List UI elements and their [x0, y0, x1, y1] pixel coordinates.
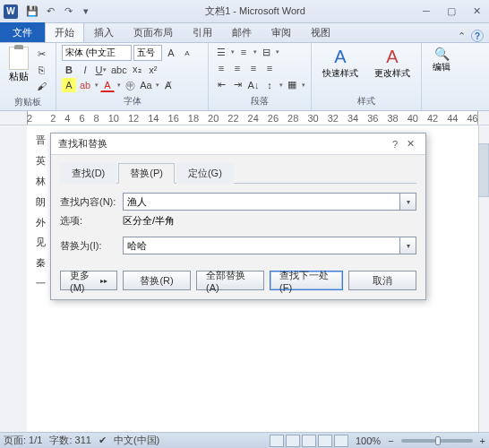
status-page[interactable]: 页面: 1/1 [4, 434, 42, 447]
doc-line: 英 [36, 151, 46, 170]
status-language[interactable]: 中文(中国) [114, 434, 159, 447]
group-label-editing [427, 107, 456, 108]
close-icon[interactable]: ✕ [468, 5, 485, 17]
zoom-level[interactable]: 100% [356, 435, 381, 446]
quick-access-toolbar: 💾 ↶ ↷ ▾ [25, 4, 93, 19]
highlight-icon[interactable]: A [62, 78, 76, 92]
find-replace-dialog: 查找和替换 ? ✕ 查找(D) 替换(P) 定位(G) 查找内容(N): ▾ 选… [50, 133, 426, 300]
qat-more-icon[interactable]: ▾ [79, 4, 93, 19]
help-icon[interactable]: ? [471, 30, 484, 42]
line-spacing-icon[interactable]: ↕ [262, 78, 277, 92]
tab-home[interactable]: 开始 [45, 22, 84, 42]
ribbon: 粘贴 ✂ ⎘ 🖌 剪贴板 A A B I U▾ abc x₂ x² A ab▾ [0, 43, 489, 111]
clear-format-icon[interactable]: A̸ [161, 78, 176, 92]
save-icon[interactable]: 💾 [25, 4, 39, 19]
superscript-button[interactable]: x² [146, 63, 160, 77]
shading-icon[interactable]: ▦ [285, 78, 299, 92]
bold-button[interactable]: B [62, 63, 76, 77]
tab-mailings[interactable]: 邮件 [222, 22, 262, 42]
group-label-font: 字体 [62, 94, 202, 108]
underline-button[interactable]: U▾ [94, 63, 108, 77]
shrink-font-icon[interactable]: A [180, 46, 194, 60]
scrollbar-thumb[interactable] [478, 143, 489, 197]
zoom-out-icon[interactable]: − [388, 435, 393, 446]
view-print-icon[interactable] [270, 435, 284, 447]
numbering-icon[interactable]: ≡ [236, 45, 251, 59]
find-next-button[interactable]: 查找下一处(F) [270, 271, 343, 290]
find-dropdown-icon[interactable]: ▾ [400, 193, 416, 211]
view-fullscreen-icon[interactable] [286, 435, 300, 447]
find-input[interactable] [123, 193, 400, 211]
dialog-tab-find[interactable]: 查找(D) [60, 163, 116, 184]
dialog-tab-replace[interactable]: 替换(P) [118, 163, 175, 184]
editing-label: 编辑 [433, 61, 450, 73]
maximize-icon[interactable]: ▢ [442, 5, 460, 17]
dialog-help-icon[interactable]: ? [387, 139, 403, 150]
view-outline-icon[interactable] [318, 435, 332, 447]
replace-input[interactable] [123, 237, 400, 254]
change-styles-button[interactable]: A 更改样式 [369, 45, 416, 82]
doc-line: 晋 [36, 131, 46, 150]
increase-indent-icon[interactable]: ⇥ [230, 78, 244, 92]
copy-icon[interactable]: ⎘ [34, 63, 48, 77]
replace-all-button[interactable]: 全部替换(A) [196, 271, 264, 290]
zoom-in-icon[interactable]: + [480, 435, 485, 446]
more-button[interactable]: 更多(M)▸▸ [60, 271, 117, 290]
zoom-thumb[interactable] [435, 436, 441, 445]
multilevel-icon[interactable]: ⊟ [259, 45, 273, 59]
view-draft-icon[interactable] [334, 435, 348, 447]
tab-insert[interactable]: 插入 [84, 22, 124, 42]
justify-icon[interactable]: ≡ [262, 61, 277, 75]
cancel-button[interactable]: 取消 [348, 271, 416, 290]
proofing-icon[interactable]: ✔ [99, 435, 107, 446]
tab-layout[interactable]: 页面布局 [124, 22, 183, 42]
dialog-titlebar[interactable]: 查找和替换 ? ✕ [51, 134, 425, 155]
subscript-button[interactable]: x₂ [130, 63, 144, 77]
group-editing: 🔍 编辑 [422, 43, 461, 110]
decrease-indent-icon[interactable]: ⇤ [214, 78, 228, 92]
zoom-slider[interactable] [401, 439, 473, 443]
align-left-icon[interactable]: ≡ [214, 61, 228, 75]
italic-button[interactable]: I [78, 63, 92, 77]
text-effects-icon[interactable]: ab [78, 78, 92, 92]
bullets-icon[interactable]: ☰ [214, 45, 228, 59]
dialog-tab-goto[interactable]: 定位(G) [176, 163, 234, 184]
minimize-icon[interactable]: ─ [417, 5, 435, 17]
quick-styles-button[interactable]: A 快速样式 [317, 45, 364, 82]
redo-icon[interactable]: ↷ [61, 4, 75, 19]
paste-button[interactable]: 粘贴 [5, 45, 32, 95]
group-font: A A B I U▾ abc x₂ x² A ab▾ A▾ ㊥ Aa▾ A̸ 字… [56, 43, 209, 110]
find-label: 查找内容(N): [60, 195, 123, 209]
ribbon-tabs: 文件 开始 插入 页面布局 引用 邮件 审阅 视图 ⌃ ? [0, 23, 489, 43]
dialog-close-icon[interactable]: ✕ [403, 138, 418, 150]
view-web-icon[interactable] [302, 435, 316, 447]
align-center-icon[interactable]: ≡ [230, 61, 244, 75]
align-right-icon[interactable]: ≡ [246, 61, 261, 75]
editing-button[interactable]: 🔍 编辑 [427, 45, 456, 75]
cut-icon[interactable]: ✂ [34, 47, 48, 61]
font-color-icon[interactable]: A [100, 78, 115, 92]
replace-button[interactable]: 替换(R) [123, 271, 191, 290]
ruler[interactable]: 2246810121416182022242628303234363840424… [0, 111, 489, 125]
titlebar: W 💾 ↶ ↷ ▾ 文档1 - Microsoft Word ─ ▢ ✕ [0, 0, 489, 23]
window-title: 文档1 - Microsoft Word [93, 4, 417, 18]
status-words[interactable]: 字数: 311 [49, 434, 90, 447]
sort-icon[interactable]: A↓ [246, 78, 261, 92]
options-value: 区分全/半角 [123, 214, 175, 228]
ribbon-minimize-icon[interactable]: ⌃ [452, 30, 471, 42]
replace-label: 替换为(I): [60, 239, 123, 253]
circle-text-icon[interactable]: ㊥ [123, 78, 137, 92]
tab-file[interactable]: 文件 [0, 22, 45, 42]
replace-dropdown-icon[interactable]: ▾ [400, 237, 416, 254]
tab-view[interactable]: 视图 [301, 22, 340, 42]
change-case-icon[interactable]: Aa [139, 78, 153, 92]
doc-line: 秦 [36, 254, 46, 272]
grow-font-icon[interactable]: A [164, 46, 178, 60]
undo-icon[interactable]: ↶ [43, 4, 57, 19]
format-painter-icon[interactable]: 🖌 [34, 79, 48, 93]
tab-references[interactable]: 引用 [183, 22, 222, 42]
font-name-combo[interactable] [62, 45, 132, 61]
tab-review[interactable]: 审阅 [262, 22, 301, 42]
font-size-combo[interactable] [133, 45, 162, 61]
strike-button[interactable]: abc [110, 63, 128, 77]
